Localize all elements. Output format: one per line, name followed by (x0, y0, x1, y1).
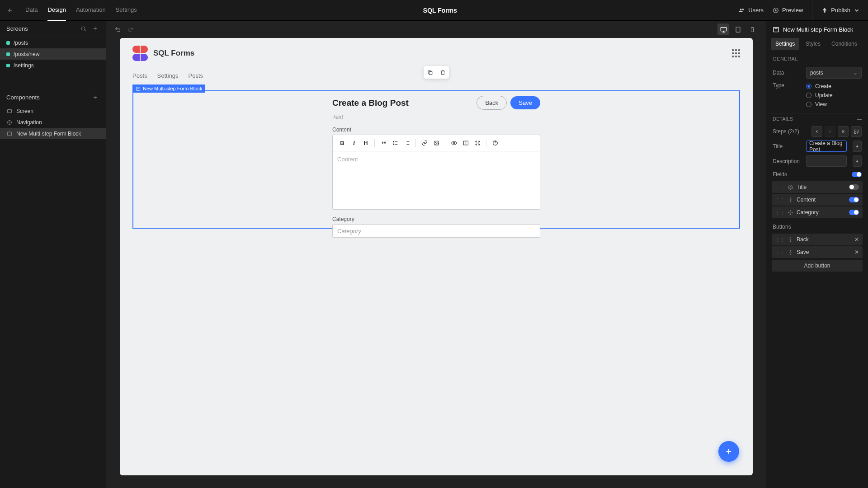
component-screen[interactable]: Screen (0, 105, 106, 117)
app-menu-icon[interactable] (732, 49, 740, 57)
grip-icon: ⋮⋮ (775, 210, 784, 215)
field-category[interactable]: ⋮⋮Category (772, 206, 863, 218)
add-component-button[interactable] (90, 93, 99, 102)
field-content[interactable]: ⋮⋮Content (772, 194, 863, 206)
device-mobile[interactable] (746, 23, 758, 35)
canvas-tab-posts2[interactable]: Posts (189, 72, 203, 79)
screen-item-posts[interactable]: /posts (0, 37, 106, 48)
details-section-header: DETAILS (773, 116, 793, 122)
field-title-toggle[interactable] (849, 184, 859, 190)
step-prev-button[interactable] (811, 126, 822, 137)
save-button[interactable]: Save (510, 96, 540, 109)
gear-icon[interactable] (788, 210, 793, 215)
content-placeholder[interactable]: Content (333, 151, 540, 209)
heading-icon[interactable]: H (361, 138, 371, 148)
component-form-block[interactable]: New Multi-step Form Block (0, 128, 106, 139)
title-prop-label: Title (773, 143, 802, 150)
remove-button-icon[interactable]: ✕ (854, 249, 859, 255)
svg-rect-19 (774, 27, 778, 32)
canvas-tab-settings[interactable]: Settings (157, 72, 179, 79)
trash-icon[interactable] (436, 66, 449, 79)
form-block-selected[interactable]: Create a Blog Post Back Save Text Conten… (132, 90, 740, 229)
form-icon (136, 86, 141, 91)
step-remove-button[interactable] (838, 126, 849, 137)
canvas-tab-posts[interactable]: Posts (132, 72, 147, 79)
field-label: Title (797, 184, 807, 190)
link-icon[interactable] (420, 138, 429, 148)
right-tab-styles[interactable]: Styles (801, 38, 825, 50)
gear-icon[interactable] (788, 185, 793, 190)
svg-point-16 (453, 142, 454, 144)
step-next-button[interactable] (825, 126, 835, 137)
redo-button[interactable] (127, 26, 134, 33)
tab-settings[interactable]: Settings (116, 0, 137, 21)
field-content-toggle[interactable] (849, 197, 859, 202)
right-tab-settings[interactable]: Settings (771, 38, 799, 50)
search-icon[interactable] (79, 24, 88, 33)
device-tablet[interactable] (732, 23, 744, 35)
eye-icon[interactable] (449, 138, 459, 148)
svg-point-12 (393, 143, 393, 143)
tab-automation[interactable]: Automation (76, 0, 106, 21)
data-select[interactable]: posts⌄ (806, 67, 862, 79)
canvas[interactable]: SQL Forms Posts Settings Posts New Multi… (120, 38, 753, 475)
image-icon[interactable] (431, 138, 441, 148)
app-logo (132, 46, 148, 61)
screen-item-posts-new[interactable]: /posts/new (0, 48, 106, 60)
component-navigation[interactable]: Navigation (0, 117, 106, 128)
svg-point-26 (790, 239, 791, 240)
type-radio-update[interactable]: Update (806, 92, 862, 99)
step-add-button[interactable] (851, 126, 862, 137)
right-tab-conditions[interactable]: Conditions (827, 38, 862, 50)
help-icon[interactable] (490, 138, 500, 148)
quote-icon[interactable] (378, 138, 388, 148)
back-button[interactable]: Back (476, 96, 507, 110)
button-row-back[interactable]: ⋮⋮Back✕ (772, 234, 863, 245)
fab-add-button[interactable] (718, 441, 739, 462)
gear-icon[interactable] (788, 197, 793, 202)
duplicate-icon[interactable] (424, 66, 436, 79)
remove-button-icon[interactable]: ✕ (854, 236, 859, 243)
screen-dot-icon (6, 41, 10, 45)
description-input[interactable] (806, 155, 847, 167)
button-row-save[interactable]: ⋮⋮Save✕ (772, 246, 863, 258)
tab-data[interactable]: Data (25, 0, 38, 21)
bold-icon[interactable]: B (337, 138, 347, 148)
undo-button[interactable] (114, 26, 121, 33)
svg-point-27 (790, 252, 791, 253)
svg-rect-20 (854, 130, 856, 131)
device-desktop[interactable] (717, 23, 729, 35)
desc-bolt-icon[interactable] (853, 155, 862, 167)
users-button[interactable]: Users (739, 7, 764, 14)
field-category-toggle[interactable] (849, 210, 859, 215)
add-screen-button[interactable] (90, 24, 99, 33)
italic-icon[interactable]: I (349, 138, 359, 148)
preview-button[interactable]: Preview (773, 7, 803, 14)
ol-icon[interactable] (402, 138, 412, 148)
back-arrow[interactable] (0, 7, 21, 14)
publish-button[interactable]: Publish (812, 0, 860, 21)
fullscreen-icon[interactable] (472, 138, 482, 148)
component-label: New Multi-step Form Block (16, 131, 81, 137)
button-label: Back (797, 236, 809, 243)
category-input[interactable]: Category (332, 224, 540, 238)
gear-icon[interactable] (788, 250, 793, 255)
title-bolt-icon[interactable] (853, 141, 862, 152)
fields-toggle[interactable] (852, 172, 862, 177)
tab-design[interactable]: Design (47, 0, 66, 21)
screen-item-settings[interactable]: /settings (0, 60, 106, 71)
svg-rect-9 (429, 71, 432, 75)
type-radio-create[interactable]: Create (806, 83, 862, 89)
screen-dot-icon (6, 64, 10, 67)
ul-icon[interactable] (390, 138, 400, 148)
title-input[interactable]: Create a Blog Post (806, 141, 847, 152)
add-button-row[interactable]: Add button (772, 260, 863, 272)
type-radio-view[interactable]: View (806, 101, 862, 108)
split-icon[interactable] (461, 138, 471, 148)
gear-icon[interactable] (788, 237, 793, 242)
collapse-icon[interactable]: — (857, 116, 862, 122)
grip-icon: ⋮⋮ (775, 250, 784, 255)
rich-text-editor[interactable]: B I H (332, 135, 540, 210)
nav-icon (6, 119, 13, 126)
field-title[interactable]: ⋮⋮Title (772, 181, 863, 193)
